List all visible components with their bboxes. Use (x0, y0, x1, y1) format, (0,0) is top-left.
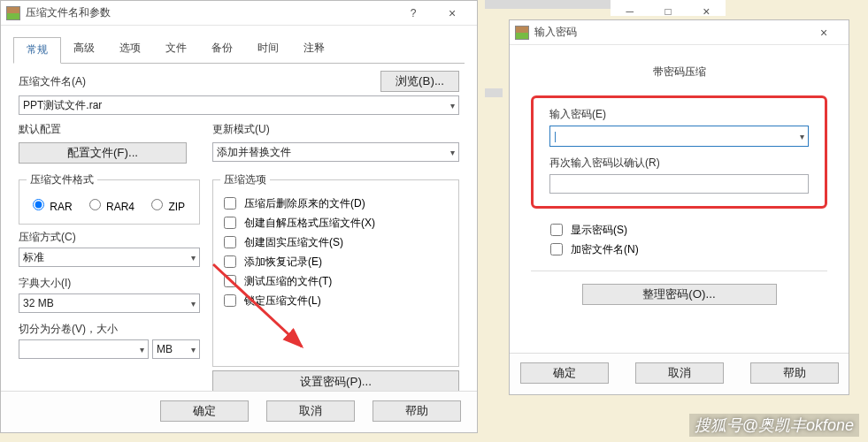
close-icon[interactable]: × (804, 21, 843, 44)
split-unit-combo[interactable]: MB ▾ (152, 339, 200, 359)
opt-sfx[interactable]: 创建自解压格式压缩文件(X) (220, 214, 451, 232)
password-dialog-buttons: 确定 取消 帮助 (510, 353, 849, 394)
method-value: 标准 (23, 250, 44, 265)
opt-test[interactable]: 测试压缩的文件(T) (220, 272, 451, 290)
archive-name-combo[interactable]: PPT测试文件.rar ▾ (19, 95, 459, 115)
password-confirm-input[interactable] (549, 174, 809, 194)
default-profile-label: 默认配置 (19, 123, 61, 135)
tab-backup[interactable]: 备份 (199, 36, 245, 63)
options-fieldset: 压缩选项 压缩后删除原来的文件(D) 创建自解压格式压缩文件(X) 创建固实压缩… (212, 172, 459, 367)
tabs: 常规 高级 选项 文件 备份 时间 注释 (13, 36, 465, 64)
pwd-help-button[interactable]: 帮助 (750, 362, 839, 384)
password-title: 输入密码 (534, 25, 577, 40)
archive-name-label: 压缩文件名(A) (19, 74, 86, 89)
organize-passwords-button[interactable]: 整理密码(O)... (582, 284, 777, 305)
method-label: 压缩方式(C) (19, 231, 76, 243)
format-legend: 压缩文件格式 (27, 172, 97, 187)
divider (531, 271, 827, 271)
method-combo[interactable]: 标准 ▾ (19, 248, 200, 267)
encrypt-names-checkbox[interactable]: 加密文件名(N) (547, 240, 811, 258)
tab-advanced[interactable]: 高级 (61, 36, 107, 63)
split-size-combo[interactable]: ▾ (19, 339, 149, 359)
chevron-down-icon: ▾ (191, 253, 196, 263)
archive-name-value: PPT测试文件.rar (23, 98, 102, 113)
rar-icon (6, 6, 20, 20)
password-input[interactable]: | ▾ (549, 126, 809, 147)
update-mode-label: 更新模式(U) (212, 123, 270, 135)
show-password-checkbox[interactable]: 显示密码(S) (547, 221, 811, 239)
chevron-down-icon: ▾ (191, 345, 196, 354)
cancel-button[interactable]: 取消 (266, 400, 355, 422)
dict-label: 字典大小(I) (19, 277, 71, 289)
tab-files[interactable]: 文件 (153, 36, 199, 63)
opt-lock[interactable]: 锁定压缩文件(L) (220, 292, 451, 309)
update-mode-combo[interactable]: 添加并替换文件 ▾ (212, 142, 459, 162)
rar-icon (515, 26, 529, 40)
dict-combo[interactable]: 32 MB ▾ (19, 293, 200, 313)
password-titlebar: 输入密码 × (510, 20, 849, 45)
split-unit-value: MB (157, 343, 173, 355)
chevron-down-icon: ▾ (140, 345, 144, 354)
chevron-down-icon: ▾ (450, 101, 455, 110)
help-button[interactable]: 帮助 (373, 400, 461, 422)
chevron-down-icon: ▾ (800, 132, 804, 141)
tab-general[interactable]: 常规 (13, 37, 61, 64)
help-button-titlebar[interactable]: ? (394, 2, 433, 25)
format-zip[interactable]: ZIP (147, 196, 185, 213)
chevron-down-icon: ▾ (450, 148, 455, 157)
chevron-down-icon: ▾ (191, 299, 196, 309)
reenter-password-label: 再次输入密码以确认(R) (549, 156, 660, 169)
enter-password-label: 输入密码(E) (549, 108, 606, 120)
archive-title: 压缩文件名和参数 (26, 5, 111, 20)
opt-solid[interactable]: 创建固实压缩文件(S) (220, 233, 451, 251)
password-dialog: 输入密码 × 带密码压缩 输入密码(E) | ▾ 再次输入密码以确认(R) 显示… (509, 19, 849, 395)
tab-time[interactable]: 时间 (245, 36, 291, 63)
opt-recovery[interactable]: 添加恢复记录(E) (220, 253, 451, 271)
opt-delete-after[interactable]: 压缩后删除原来的文件(D) (220, 194, 451, 212)
close-icon[interactable]: × (433, 2, 472, 25)
options-legend: 压缩选项 (220, 172, 270, 187)
dict-value: 32 MB (23, 297, 54, 309)
format-fieldset: 压缩文件格式 RAR RAR4 ZIP (19, 172, 200, 225)
profile-button[interactable]: 配置文件(F)... (19, 142, 187, 164)
format-rar4[interactable]: RAR4 (85, 196, 134, 213)
password-subtitle: 带密码压缩 (531, 65, 827, 80)
browse-button[interactable]: 浏览(B)... (380, 71, 459, 92)
archive-titlebar: 压缩文件名和参数 ? × (1, 1, 477, 26)
update-mode-value: 添加并替换文件 (217, 145, 291, 160)
password-highlight-box: 输入密码(E) | ▾ 再次输入密码以确认(R) (531, 95, 827, 209)
split-label: 切分为分卷(V)，大小 (19, 323, 118, 335)
pwd-cancel-button[interactable]: 取消 (635, 362, 724, 384)
format-rar[interactable]: RAR (28, 196, 73, 213)
ok-button[interactable]: 确定 (160, 400, 249, 422)
archive-dialog-buttons: 确定 取消 帮助 (1, 391, 477, 432)
watermark: 搜狐号@奥凯丰okfone (689, 414, 859, 437)
tab-options[interactable]: 选项 (107, 36, 153, 63)
tab-comment[interactable]: 注释 (291, 36, 337, 63)
pwd-ok-button[interactable]: 确定 (520, 362, 609, 384)
archive-dialog: 压缩文件名和参数 ? × 常规 高级 选项 文件 备份 时间 注释 压缩文件名(… (0, 0, 478, 433)
